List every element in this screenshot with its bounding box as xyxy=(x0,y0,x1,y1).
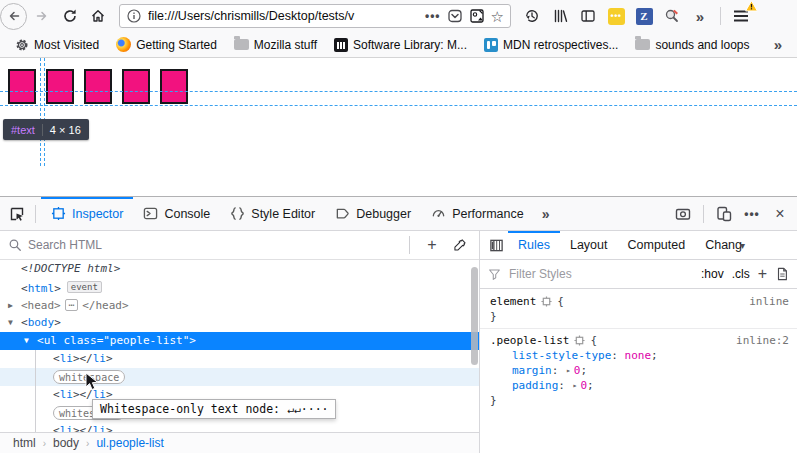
back-button[interactable] xyxy=(0,3,27,30)
highlight-target-icon[interactable] xyxy=(574,335,585,346)
eyedropper-button[interactable] xyxy=(449,232,471,258)
devtools-menu-button[interactable]: ••• xyxy=(739,201,765,227)
bookmark-most-visited[interactable]: Most Visited xyxy=(10,36,104,54)
zotero-button[interactable]: Z xyxy=(631,3,657,29)
twisty-icon[interactable]: ▼ xyxy=(24,332,37,350)
class-toggle-button[interactable]: .cls xyxy=(732,267,750,281)
page-actions-icon[interactable]: ••• xyxy=(425,9,441,23)
folder-icon xyxy=(234,39,249,50)
markup-token-brk: > xyxy=(189,334,196,347)
sidebar-tab-computed[interactable]: Computed xyxy=(618,231,696,259)
bookmark-label: sounds and loops xyxy=(655,38,749,52)
markup-token-badge: event xyxy=(67,281,102,293)
markup-row[interactable]: <html>event xyxy=(0,278,479,296)
css-declaration[interactable]: list-style-type: none; xyxy=(490,348,789,363)
building-icon xyxy=(334,38,348,52)
rule-selector[interactable]: element xyxy=(490,294,536,309)
bookmark-software-library[interactable]: Software Library: M... xyxy=(329,36,472,54)
extension-yellow-button[interactable]: ••• xyxy=(603,3,629,29)
twisty-icon[interactable]: ▶ xyxy=(8,297,21,315)
screenshot-tool-button[interactable] xyxy=(659,3,685,29)
sidebar-tab-changes[interactable]: Chang xyxy=(695,231,746,259)
property-name[interactable]: list-style-type xyxy=(512,349,611,362)
url-bar[interactable]: file:///Users/chrismills/Desktop/tests/v… xyxy=(119,4,511,28)
css-declaration[interactable]: margin: ▸0; xyxy=(490,363,789,378)
breadcrumb-item-ul[interactable]: ul.people-list xyxy=(91,436,168,450)
filter-placeholder[interactable]: Filter Styles xyxy=(509,267,693,281)
markup-row[interactable]: <li></li> xyxy=(0,422,479,432)
open-brace: { xyxy=(557,294,564,309)
add-rule-button[interactable]: + xyxy=(758,265,767,283)
highlighter-guide-right xyxy=(44,58,45,166)
sidebar-tabs-dropdown[interactable]: ▾ xyxy=(740,231,747,259)
rule-selector[interactable]: .people-list xyxy=(490,333,569,348)
firefox-icon xyxy=(116,37,131,52)
library-button[interactable] xyxy=(547,3,573,29)
css-declaration[interactable]: padding: ▸0; xyxy=(490,378,789,393)
bookmark-sounds-and-loops[interactable]: sounds and loops xyxy=(630,36,754,54)
tab-debugger[interactable]: Debugger xyxy=(325,197,421,230)
tab-style-editor[interactable]: Style Editor xyxy=(220,197,325,230)
tab-label: Computed xyxy=(628,238,686,252)
tab-console[interactable]: Console xyxy=(133,197,220,230)
toolbar-separator xyxy=(35,205,36,223)
responsive-mode-button[interactable] xyxy=(711,201,737,227)
html-search-bar[interactable]: Search HTML + xyxy=(0,231,479,260)
rules-panel: element { inline } .people-list { xyxy=(480,289,797,453)
menu-button[interactable] xyxy=(728,3,754,29)
add-node-button[interactable]: + xyxy=(421,232,443,258)
bookmark-getting-started[interactable]: Getting Started xyxy=(111,35,222,54)
url-text[interactable]: file:///Users/chrismills/Desktop/tests/v xyxy=(148,9,419,23)
screenshot-ext-icon[interactable] xyxy=(469,8,485,24)
breadcrumb-item-body[interactable]: body xyxy=(48,436,84,450)
sidebar-tab-layout[interactable]: Layout xyxy=(560,231,618,259)
bookmark-mdn-retrospectives[interactable]: MDN retrospectives... xyxy=(479,36,623,54)
markup-scrollbar-thumb[interactable] xyxy=(471,267,478,365)
property-name[interactable]: margin xyxy=(512,364,552,377)
highlight-target-icon[interactable] xyxy=(541,296,552,307)
bookmark-label: Software Library: M... xyxy=(353,38,467,52)
markup-row[interactable]: <!DOCTYPE html> xyxy=(0,260,479,278)
pseudo-class-button[interactable]: :hov xyxy=(701,267,724,281)
bookmarks-overflow-button[interactable]: » xyxy=(769,34,787,55)
sidebar-toggle-button[interactable] xyxy=(484,232,508,258)
toolbar-overflow-button[interactable]: » xyxy=(687,3,713,29)
search-placeholder[interactable]: Search HTML xyxy=(28,238,398,252)
markup-token-brk: < xyxy=(53,352,60,365)
markup-row[interactable]: whitespace xyxy=(0,368,479,386)
markup-row[interactable]: ▶<head>⋯</head> xyxy=(0,296,479,314)
print-media-icon[interactable] xyxy=(775,267,789,281)
devtools-more-tabs-button[interactable]: » xyxy=(534,197,558,230)
markup-token-dim: </head> xyxy=(82,299,128,312)
screenshot-button[interactable] xyxy=(670,201,696,227)
property-value[interactable]: none xyxy=(625,349,652,362)
home-button[interactable] xyxy=(85,3,111,29)
markup-row[interactable]: <li></li> xyxy=(0,350,479,368)
sidebar-button[interactable] xyxy=(575,3,601,29)
rule-location[interactable]: inline:2 xyxy=(736,333,789,348)
breadcrumb-item-html[interactable]: html xyxy=(8,436,41,450)
filter-styles-bar[interactable]: Filter Styles :hov .cls + xyxy=(480,260,797,289)
sidebar-tab-rules[interactable]: Rules xyxy=(508,231,560,259)
close-icon: × xyxy=(775,205,784,223)
site-info-icon[interactable] xyxy=(126,8,142,24)
tab-inspector[interactable]: Inspector xyxy=(41,197,133,230)
markup-row[interactable]: ▼<ul class="people-list"> xyxy=(0,332,479,350)
twisty-icon[interactable]: ▼ xyxy=(8,314,21,332)
property-name[interactable]: padding xyxy=(512,379,558,392)
devtools-close-button[interactable]: × xyxy=(767,201,793,227)
bookmark-star-icon[interactable]: ☆ xyxy=(491,9,504,24)
reload-button[interactable] xyxy=(57,3,83,29)
rule-location[interactable]: inline xyxy=(749,294,789,309)
bookmark-mozilla-stuff[interactable]: Mozilla stuff xyxy=(229,36,322,54)
markup-row[interactable]: ▼<body> xyxy=(0,314,479,332)
tab-performance[interactable]: Performance xyxy=(421,197,534,230)
sidebar-tabs: Rules Layout Computed Chang ▾ xyxy=(480,231,797,260)
expand-icon[interactable]: ▸ xyxy=(573,381,578,390)
expand-icon[interactable]: ▸ xyxy=(566,366,571,375)
pick-element-button[interactable] xyxy=(4,201,30,227)
forward-button[interactable] xyxy=(29,3,55,29)
pocket-icon[interactable] xyxy=(447,8,463,24)
inspector-left-pane: Search HTML + <!DOCTYPE html><html>event… xyxy=(0,231,480,453)
history-button[interactable] xyxy=(519,3,545,29)
